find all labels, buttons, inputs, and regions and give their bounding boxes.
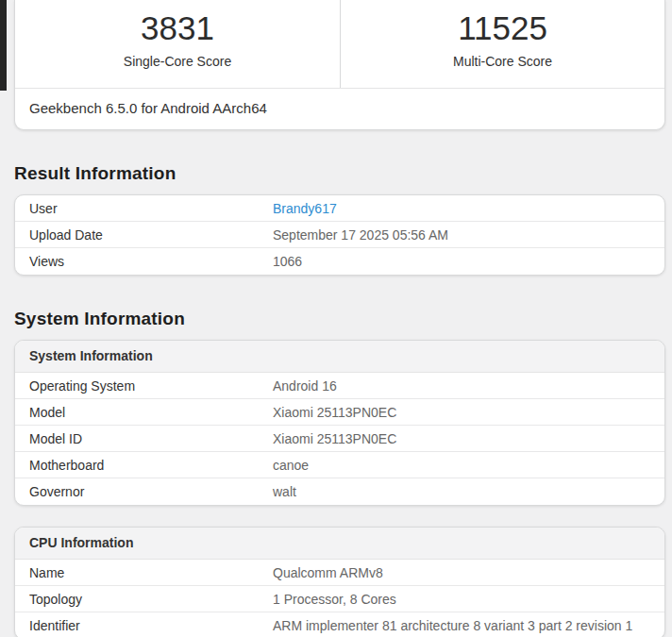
system-information-table-header: System Information — [15, 341, 664, 373]
row-label: Model ID — [15, 431, 273, 446]
row-label: Governor — [15, 484, 273, 499]
row-value: 1066 — [273, 254, 664, 269]
user-link[interactable]: Brandy617 — [273, 201, 337, 216]
row-label: Upload Date — [15, 227, 273, 243]
system-information-heading: System Information — [14, 309, 665, 329]
single-core-score-cell: 3831 Single-Core Score — [15, 0, 340, 88]
multi-core-score-value: 11525 — [341, 10, 664, 46]
row-value: Xiaomi 25113PN0EC — [273, 431, 664, 446]
table-row: IdentifierARM implementer 81 architectur… — [15, 612, 664, 637]
row-value: September 17 2025 05:56 AM — [273, 227, 664, 243]
row-value: Brandy617 — [273, 201, 664, 216]
row-label: Name — [15, 565, 273, 580]
table-row: Views1066 — [15, 248, 664, 275]
table-row: Operating SystemAndroid 16 — [15, 373, 664, 399]
score-summary-card: 3831 Single-Core Score 11525 Multi-Core … — [14, 0, 665, 130]
geekbench-result-page: 3831 Single-Core Score 11525 Multi-Core … — [0, 0, 672, 637]
single-core-score-label: Single-Core Score — [15, 54, 340, 69]
table-row: Governorwalt — [15, 478, 664, 505]
row-label: Model — [15, 405, 273, 420]
multi-core-score-cell: 11525 Multi-Core Score — [340, 0, 664, 88]
row-label: Topology — [15, 592, 273, 607]
row-label: Views — [15, 254, 273, 269]
row-value: Xiaomi 25113PN0EC — [273, 405, 664, 420]
left-edge-artifact — [0, 0, 7, 91]
row-label: Operating System — [15, 378, 273, 394]
table-row: Motherboardcanoe — [15, 452, 664, 478]
row-value: Android 16 — [273, 378, 664, 394]
cpu-information-table: CPU Information NameQualcomm ARMv8Topolo… — [14, 527, 665, 637]
benchmark-version-note: Geekbench 6.5.0 for Android AArch64 — [15, 89, 664, 129]
row-value: 1 Processor, 8 Cores — [273, 592, 664, 607]
table-row: Model IDXiaomi 25113PN0EC — [15, 426, 664, 452]
row-value: walt — [273, 484, 664, 499]
system-information-table: System Information Operating SystemAndro… — [14, 340, 665, 506]
cpu-information-table-header: CPU Information — [15, 528, 664, 560]
single-core-score-value: 3831 — [15, 10, 340, 46]
row-label: Identifier — [15, 618, 273, 633]
content-container: 3831 Single-Core Score 11525 Multi-Core … — [14, 0, 665, 637]
row-label: Motherboard — [15, 458, 273, 473]
row-value: Qualcomm ARMv8 — [273, 565, 664, 580]
table-row: Topology1 Processor, 8 Cores — [15, 586, 664, 612]
table-row: Upload DateSeptember 17 2025 05:56 AM — [15, 222, 664, 248]
score-row: 3831 Single-Core Score 11525 Multi-Core … — [15, 0, 664, 89]
row-label: User — [15, 201, 273, 216]
result-information-table: UserBrandy617Upload DateSeptember 17 202… — [14, 194, 665, 276]
table-row: ModelXiaomi 25113PN0EC — [15, 399, 664, 426]
row-value: ARM implementer 81 architecture 8 varian… — [273, 618, 664, 633]
table-row: UserBrandy617 — [15, 195, 664, 222]
row-value: canoe — [273, 458, 664, 473]
result-information-heading: Result Information — [14, 163, 665, 184]
table-row: NameQualcomm ARMv8 — [15, 560, 664, 586]
multi-core-score-label: Multi-Core Score — [341, 54, 664, 69]
